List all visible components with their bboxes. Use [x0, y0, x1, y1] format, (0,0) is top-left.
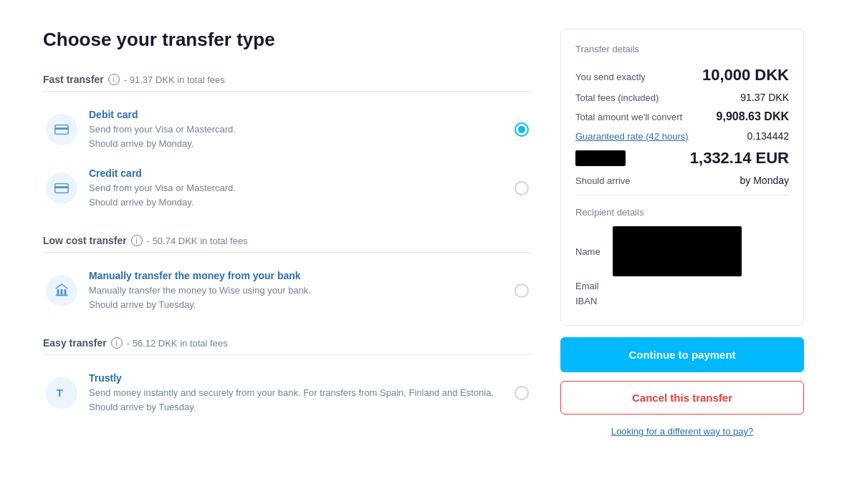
cancel-transfer-button[interactable]: Cancel this transfer	[560, 381, 804, 415]
email-label: Email	[575, 281, 604, 291]
info-icon-fast[interactable]: i	[108, 74, 120, 85]
option-icon-debit	[46, 114, 77, 145]
section-title-lowcost: Low cost transfer	[43, 235, 127, 246]
section-title-easy: Easy transfer	[43, 337, 107, 349]
option-bank[interactable]: Manually transfer the money from your ba…	[43, 261, 532, 320]
total-fees-value: 91.37 DKK	[740, 92, 789, 103]
section-fees-fast: - 91.37 DKK in total fees	[124, 74, 225, 85]
option-desc-debit: Send from your Visa or Mastercard.Should…	[89, 122, 503, 150]
section-fast: Fast transferi- 91.37 DKK in total fees …	[43, 74, 532, 218]
option-credit[interactable]: Credit cardSend from your Visa or Master…	[43, 159, 532, 218]
section-easy: Easy transferi- 56.12 DKK in total fees …	[43, 337, 532, 422]
section-fees-lowcost: - 50.74 DKK in total fees	[147, 236, 248, 246]
total-fees-label: Total fees (included)	[575, 92, 659, 103]
name-label: Name	[575, 246, 604, 257]
should-arrive-value: by Monday	[740, 175, 789, 186]
you-send-label: You send exactly	[575, 72, 646, 82]
svg-text:T: T	[57, 387, 63, 399]
option-title-debit: Debit card	[89, 109, 503, 120]
radio-debit[interactable]	[515, 122, 529, 137]
option-desc-bank: Manually transfer the money to Wise usin…	[89, 284, 503, 311]
total-convert-label: Total amount we'll convert	[575, 112, 682, 122]
svg-rect-6	[64, 289, 67, 294]
recipient-details-title: Recipient details	[575, 207, 789, 218]
recipient-name-redacted	[575, 150, 626, 166]
recipient-info-redacted	[613, 226, 742, 276]
converted-value: 1,332.14 EUR	[690, 149, 789, 168]
radio-credit[interactable]	[515, 181, 529, 195]
page-title: Choose your transfer type	[43, 29, 532, 51]
svg-rect-5	[61, 289, 63, 294]
option-icon-bank	[46, 275, 77, 306]
svg-rect-7	[56, 295, 68, 296]
different-payment-link[interactable]: Looking for a different way to pay?	[560, 426, 804, 437]
info-icon-easy[interactable]: i	[111, 337, 123, 349]
iban-label: IBAN	[575, 296, 604, 306]
option-icon-credit	[46, 173, 77, 204]
svg-rect-4	[57, 289, 59, 294]
section-lowcost: Low cost transferi- 50.74 DKK in total f…	[43, 235, 532, 320]
total-convert-value: 9,908.63 DKK	[717, 110, 789, 123]
rate-label[interactable]: Guaranteed rate (42 hours)	[575, 131, 689, 142]
section-fees-easy: - 56.12 DKK in total fees	[127, 338, 228, 349]
continue-to-payment-button[interactable]: Continue to payment	[560, 337, 804, 372]
should-arrive-label: Should arrive	[575, 175, 631, 186]
option-title-bank: Manually transfer the money from your ba…	[89, 270, 503, 281]
option-desc-credit: Send from your Visa or Mastercard.Should…	[89, 181, 503, 209]
svg-rect-1	[55, 127, 68, 130]
option-trustly[interactable]: T TrustlySend money instantly and secure…	[43, 364, 532, 422]
transfer-details-title: Transfer details	[575, 44, 789, 54]
rate-value: 0.134442	[747, 130, 789, 142]
option-title-credit: Credit card	[89, 168, 503, 179]
radio-trustly[interactable]	[515, 386, 529, 400]
option-icon-trustly: T	[46, 377, 77, 409]
section-title-fast: Fast transfer	[43, 74, 104, 85]
svg-rect-3	[55, 186, 68, 188]
info-icon-lowcost[interactable]: i	[131, 235, 143, 246]
you-send-value: 10,000 DKK	[702, 66, 789, 84]
option-desc-trustly: Send money instantly and securely from y…	[89, 386, 503, 414]
radio-bank[interactable]	[515, 284, 529, 298]
option-title-trustly: Trustly	[89, 372, 503, 384]
option-debit[interactable]: Debit cardSend from your Visa or Masterc…	[43, 100, 532, 159]
